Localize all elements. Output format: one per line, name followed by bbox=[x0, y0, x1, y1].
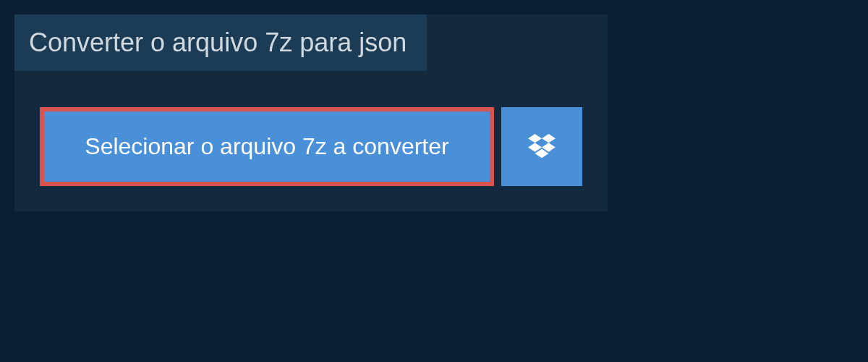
converter-panel: Converter o arquivo 7z para json Selecio… bbox=[14, 14, 608, 211]
title-bar: Converter o arquivo 7z para json bbox=[14, 14, 427, 71]
page-title: Converter o arquivo 7z para json bbox=[29, 28, 407, 58]
dropbox-button[interactable] bbox=[501, 107, 582, 186]
select-file-button[interactable]: Selecionar o arquivo 7z a converter bbox=[40, 107, 494, 186]
button-row: Selecionar o arquivo 7z a converter bbox=[14, 71, 608, 186]
dropbox-icon bbox=[528, 134, 556, 160]
select-file-label: Selecionar o arquivo 7z a converter bbox=[85, 133, 448, 160]
